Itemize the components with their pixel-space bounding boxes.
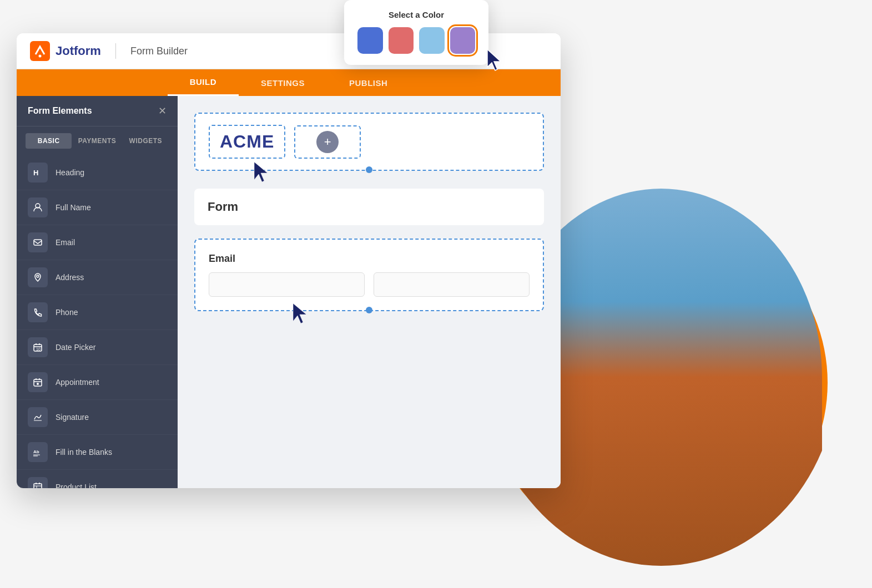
sidebar-tab-basic[interactable]: BASIC xyxy=(26,133,72,149)
svg-rect-5 xyxy=(34,240,42,245)
appointment-label: Appointment xyxy=(56,378,99,387)
email-input-2[interactable] xyxy=(374,272,530,297)
logo-divider xyxy=(115,43,116,59)
acme-text: ACME xyxy=(220,131,274,152)
phone-icon xyxy=(28,302,48,322)
fullname-icon xyxy=(28,197,48,217)
svg-rect-1 xyxy=(30,41,50,61)
color-picker-popup: Select a Color xyxy=(344,0,488,65)
main-content: Form Elements ✕ BASIC PAYMENTS WIDGETS H… xyxy=(17,96,561,488)
elements-list: H Heading Full Name Email xyxy=(17,155,178,488)
element-address[interactable]: Address xyxy=(17,260,178,295)
form-canvas: ACME + Form xyxy=(178,96,561,488)
sidebar-tab-widgets[interactable]: WIDGETS xyxy=(123,133,169,149)
cursor-arrow-color xyxy=(483,47,505,74)
logo-area: Jotform Form Builder xyxy=(30,41,188,61)
element-fill-blanks[interactable]: Ab Fill in the Blanks xyxy=(17,435,178,470)
nav-tabs: BUILD SETTINGS PUBLISH xyxy=(17,69,561,96)
svg-marker-0 xyxy=(487,49,501,70)
cursor-arrow-1 xyxy=(251,161,271,185)
color-swatches xyxy=(357,27,475,54)
add-element-button[interactable]: + xyxy=(316,131,339,153)
svg-marker-13 xyxy=(254,162,268,182)
jotform-logo-icon xyxy=(30,41,50,61)
svg-point-6 xyxy=(37,275,39,277)
element-fullname[interactable]: Full Name xyxy=(17,190,178,225)
logo-text: Jotform xyxy=(56,44,101,58)
signature-icon xyxy=(28,407,48,427)
fill-blanks-label: Fill in the Blanks xyxy=(56,448,112,457)
sidebar-tab-payments[interactable]: PAYMENTS xyxy=(74,133,120,149)
color-swatch-blue[interactable] xyxy=(357,27,383,54)
color-swatch-light-blue[interactable] xyxy=(419,27,445,54)
datepicker-icon: 10 xyxy=(28,337,48,357)
svg-marker-14 xyxy=(293,303,306,323)
form-title-block: Form xyxy=(194,189,544,225)
element-appointment[interactable]: Appointment xyxy=(17,365,178,400)
signature-label: Signature xyxy=(56,413,89,422)
email-label: Email xyxy=(56,238,75,247)
email-drag-block[interactable]: Email xyxy=(194,239,544,311)
fullname-label: Full Name xyxy=(56,203,91,212)
drag-handle-dot-1 xyxy=(366,166,372,173)
heading-label: Heading xyxy=(56,168,84,177)
sidebar-title: Form Elements xyxy=(28,106,92,116)
email-inputs-row xyxy=(209,272,530,297)
svg-point-10 xyxy=(37,383,39,385)
email-field-label: Email xyxy=(209,253,530,265)
element-product-list[interactable]: Product List xyxy=(17,470,178,488)
form-title-text: Form xyxy=(208,200,238,214)
element-datepicker[interactable]: 10 Date Picker xyxy=(17,330,178,365)
svg-text:H: H xyxy=(33,169,38,177)
sidebar: Form Elements ✕ BASIC PAYMENTS WIDGETS H… xyxy=(17,96,178,488)
element-phone[interactable]: Phone xyxy=(17,295,178,330)
email-icon xyxy=(28,232,48,252)
tab-settings[interactable]: SETTINGS xyxy=(239,69,327,96)
element-signature[interactable]: Signature xyxy=(17,400,178,435)
color-picker-title: Select a Color xyxy=(357,10,475,19)
product-list-icon xyxy=(28,477,48,488)
heading-icon: H xyxy=(28,163,48,183)
form-builder-window: Jotform Form Builder BUILD SETTINGS PUBL… xyxy=(17,33,561,488)
cursor-arrow-2 xyxy=(290,302,310,327)
acme-heading-block[interactable]: ACME + xyxy=(194,113,544,171)
tab-publish[interactable]: PUBLISH xyxy=(327,69,410,96)
element-email[interactable]: Email xyxy=(17,225,178,260)
color-swatch-coral[interactable] xyxy=(389,27,414,54)
datepicker-label: Date Picker xyxy=(56,343,95,352)
phone-label: Phone xyxy=(56,308,78,317)
svg-point-2 xyxy=(39,55,42,58)
sidebar-tabs: BASIC PAYMENTS WIDGETS xyxy=(17,126,178,155)
address-icon xyxy=(28,267,48,287)
color-swatch-purple[interactable] xyxy=(450,27,476,54)
drag-handle-dot-2 xyxy=(366,307,372,313)
fill-blanks-icon: Ab xyxy=(28,442,48,462)
email-input-1[interactable] xyxy=(209,272,365,297)
close-icon[interactable]: ✕ xyxy=(158,105,167,117)
svg-text:10: 10 xyxy=(36,347,41,351)
sidebar-header: Form Elements ✕ xyxy=(17,96,178,126)
tab-build[interactable]: BUILD xyxy=(168,69,239,96)
form-builder-label: Form Builder xyxy=(130,45,188,57)
address-label: Address xyxy=(56,273,84,282)
appointment-icon xyxy=(28,372,48,392)
svg-text:Ab: Ab xyxy=(33,449,39,454)
element-heading[interactable]: H Heading xyxy=(17,155,178,190)
product-list-label: Product List xyxy=(56,483,97,488)
